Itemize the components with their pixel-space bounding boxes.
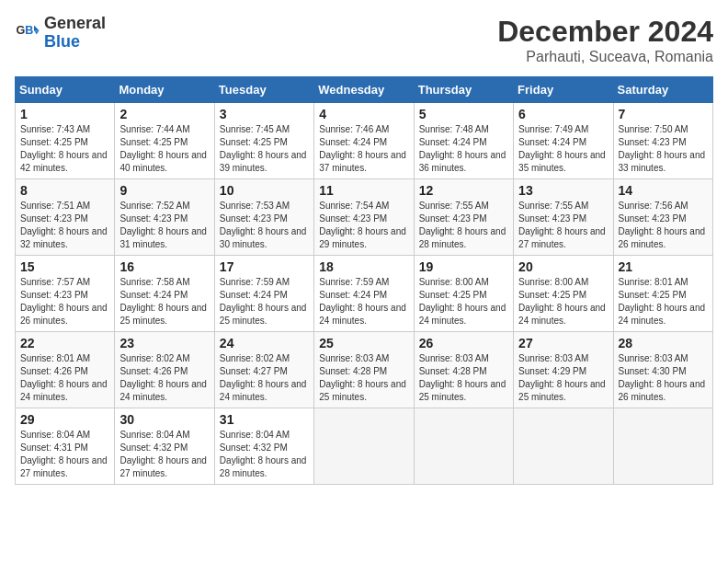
day-info: Sunrise: 8:03 AM Sunset: 4:29 PM Dayligh… <box>518 352 608 404</box>
weekday-header-wednesday: Wednesday <box>314 77 414 103</box>
day-info: Sunrise: 7:53 AM Sunset: 4:23 PM Dayligh… <box>220 200 309 251</box>
day-number: 29 <box>20 412 109 427</box>
location-title: Parhauti, Suceava, Romania <box>497 49 713 65</box>
calendar-cell: 25 Sunrise: 8:03 AM Sunset: 4:28 PM Dayl… <box>314 332 414 408</box>
logo-icon: G B <box>15 20 40 46</box>
calendar-cell <box>514 408 613 485</box>
svg-marker-2 <box>34 25 40 30</box>
calendar-week-2: 8 Sunrise: 7:51 AM Sunset: 4:23 PM Dayli… <box>16 179 713 256</box>
weekday-header-row: SundayMondayTuesdayWednesdayThursdayFrid… <box>16 77 713 103</box>
day-number: 27 <box>518 336 608 350</box>
calendar-cell: 8 Sunrise: 7:51 AM Sunset: 4:23 PM Dayli… <box>16 179 115 256</box>
weekday-header-sunday: Sunday <box>16 77 115 103</box>
calendar-cell: 24 Sunrise: 8:02 AM Sunset: 4:27 PM Dayl… <box>214 332 313 408</box>
day-info: Sunrise: 7:55 AM Sunset: 4:23 PM Dayligh… <box>518 200 608 251</box>
day-number: 20 <box>518 259 608 274</box>
weekday-header-saturday: Saturday <box>613 77 712 103</box>
day-info: Sunrise: 7:48 AM Sunset: 4:24 PM Dayligh… <box>419 123 508 175</box>
day-number: 31 <box>220 412 309 427</box>
calendar-cell: 7 Sunrise: 7:50 AM Sunset: 4:23 PM Dayli… <box>613 103 712 179</box>
calendar-cell: 1 Sunrise: 7:43 AM Sunset: 4:25 PM Dayli… <box>16 103 115 179</box>
weekday-header-thursday: Thursday <box>414 77 513 103</box>
day-info: Sunrise: 7:58 AM Sunset: 4:24 PM Dayligh… <box>119 276 209 327</box>
calendar-cell: 20 Sunrise: 8:00 AM Sunset: 4:25 PM Dayl… <box>514 256 613 332</box>
weekday-header-friday: Friday <box>514 77 613 103</box>
day-info: Sunrise: 7:54 AM Sunset: 4:23 PM Dayligh… <box>319 200 408 251</box>
day-number: 13 <box>518 183 608 198</box>
calendar-cell: 30 Sunrise: 8:04 AM Sunset: 4:32 PM Dayl… <box>115 408 214 485</box>
calendar-cell: 27 Sunrise: 8:03 AM Sunset: 4:29 PM Dayl… <box>514 332 613 408</box>
title-area: December 2024 Parhauti, Suceava, Romania <box>497 15 713 65</box>
day-info: Sunrise: 7:52 AM Sunset: 4:23 PM Dayligh… <box>119 200 209 251</box>
day-number: 11 <box>319 183 408 198</box>
month-title: December 2024 <box>497 15 713 49</box>
day-info: Sunrise: 8:01 AM Sunset: 4:26 PM Dayligh… <box>20 352 109 404</box>
calendar-cell <box>414 408 513 485</box>
day-info: Sunrise: 7:51 AM Sunset: 4:23 PM Dayligh… <box>20 200 109 251</box>
calendar-cell: 11 Sunrise: 7:54 AM Sunset: 4:23 PM Dayl… <box>314 179 414 256</box>
day-info: Sunrise: 7:49 AM Sunset: 4:24 PM Dayligh… <box>518 123 608 175</box>
calendar-cell: 12 Sunrise: 7:55 AM Sunset: 4:23 PM Dayl… <box>414 179 513 256</box>
calendar-cell: 26 Sunrise: 8:03 AM Sunset: 4:28 PM Dayl… <box>414 332 513 408</box>
day-number: 23 <box>119 336 209 350</box>
day-info: Sunrise: 8:02 AM Sunset: 4:26 PM Dayligh… <box>119 352 209 404</box>
day-info: Sunrise: 8:03 AM Sunset: 4:30 PM Dayligh… <box>619 352 708 404</box>
day-info: Sunrise: 7:45 AM Sunset: 4:25 PM Dayligh… <box>220 123 309 175</box>
weekday-header-tuesday: Tuesday <box>214 77 313 103</box>
day-info: Sunrise: 8:00 AM Sunset: 4:25 PM Dayligh… <box>419 276 508 327</box>
day-info: Sunrise: 7:56 AM Sunset: 4:23 PM Dayligh… <box>619 200 708 251</box>
day-number: 3 <box>220 107 309 121</box>
calendar-cell: 21 Sunrise: 8:01 AM Sunset: 4:25 PM Dayl… <box>613 256 712 332</box>
day-number: 14 <box>619 183 708 198</box>
calendar-cell <box>613 408 712 485</box>
calendar-table: SundayMondayTuesdayWednesdayThursdayFrid… <box>15 76 713 485</box>
day-number: 22 <box>20 336 109 350</box>
day-info: Sunrise: 8:00 AM Sunset: 4:25 PM Dayligh… <box>518 276 608 327</box>
day-info: Sunrise: 8:04 AM Sunset: 4:32 PM Dayligh… <box>220 429 309 480</box>
day-info: Sunrise: 7:50 AM Sunset: 4:23 PM Dayligh… <box>619 123 708 175</box>
calendar-week-3: 15 Sunrise: 7:57 AM Sunset: 4:23 PM Dayl… <box>16 256 713 332</box>
calendar-week-4: 22 Sunrise: 8:01 AM Sunset: 4:26 PM Dayl… <box>16 332 713 408</box>
day-info: Sunrise: 7:57 AM Sunset: 4:23 PM Dayligh… <box>20 276 109 327</box>
svg-text:B: B <box>25 24 33 37</box>
calendar-cell: 13 Sunrise: 7:55 AM Sunset: 4:23 PM Dayl… <box>514 179 613 256</box>
calendar-cell: 15 Sunrise: 7:57 AM Sunset: 4:23 PM Dayl… <box>16 256 115 332</box>
calendar-cell: 28 Sunrise: 8:03 AM Sunset: 4:30 PM Dayl… <box>613 332 712 408</box>
day-number: 4 <box>319 107 408 121</box>
day-number: 9 <box>119 183 209 198</box>
day-number: 19 <box>419 259 508 274</box>
calendar-cell: 31 Sunrise: 8:04 AM Sunset: 4:32 PM Dayl… <box>214 408 313 485</box>
day-info: Sunrise: 8:03 AM Sunset: 4:28 PM Dayligh… <box>319 352 408 404</box>
calendar-cell: 18 Sunrise: 7:59 AM Sunset: 4:24 PM Dayl… <box>314 256 414 332</box>
day-number: 17 <box>220 259 309 274</box>
calendar-cell: 2 Sunrise: 7:44 AM Sunset: 4:25 PM Dayli… <box>115 103 214 179</box>
day-info: Sunrise: 8:04 AM Sunset: 4:32 PM Dayligh… <box>119 429 209 480</box>
day-number: 25 <box>319 336 408 350</box>
day-info: Sunrise: 8:03 AM Sunset: 4:28 PM Dayligh… <box>419 352 508 404</box>
svg-text:G: G <box>16 24 25 37</box>
day-number: 2 <box>119 107 209 121</box>
day-number: 5 <box>419 107 508 121</box>
calendar-week-5: 29 Sunrise: 8:04 AM Sunset: 4:31 PM Dayl… <box>16 408 713 485</box>
day-number: 15 <box>20 259 109 274</box>
day-info: Sunrise: 7:46 AM Sunset: 4:24 PM Dayligh… <box>319 123 408 175</box>
day-info: Sunrise: 7:43 AM Sunset: 4:25 PM Dayligh… <box>20 123 109 175</box>
day-number: 30 <box>119 412 209 427</box>
day-number: 10 <box>220 183 309 198</box>
day-info: Sunrise: 7:59 AM Sunset: 4:24 PM Dayligh… <box>319 276 408 327</box>
calendar-cell: 17 Sunrise: 7:59 AM Sunset: 4:24 PM Dayl… <box>214 256 313 332</box>
day-info: Sunrise: 8:02 AM Sunset: 4:27 PM Dayligh… <box>220 352 309 404</box>
calendar-cell: 4 Sunrise: 7:46 AM Sunset: 4:24 PM Dayli… <box>314 103 414 179</box>
day-info: Sunrise: 8:01 AM Sunset: 4:25 PM Dayligh… <box>619 276 708 327</box>
day-info: Sunrise: 8:04 AM Sunset: 4:31 PM Dayligh… <box>20 429 109 480</box>
calendar-cell: 3 Sunrise: 7:45 AM Sunset: 4:25 PM Dayli… <box>214 103 313 179</box>
weekday-header-monday: Monday <box>115 77 214 103</box>
day-number: 16 <box>119 259 209 274</box>
calendar-cell: 29 Sunrise: 8:04 AM Sunset: 4:31 PM Dayl… <box>16 408 115 485</box>
day-number: 6 <box>518 107 608 121</box>
calendar-cell: 6 Sunrise: 7:49 AM Sunset: 4:24 PM Dayli… <box>514 103 613 179</box>
calendar-cell: 5 Sunrise: 7:48 AM Sunset: 4:24 PM Dayli… <box>414 103 513 179</box>
day-number: 24 <box>220 336 309 350</box>
calendar-cell: 23 Sunrise: 8:02 AM Sunset: 4:26 PM Dayl… <box>115 332 214 408</box>
logo: G B General Blue <box>15 15 106 52</box>
